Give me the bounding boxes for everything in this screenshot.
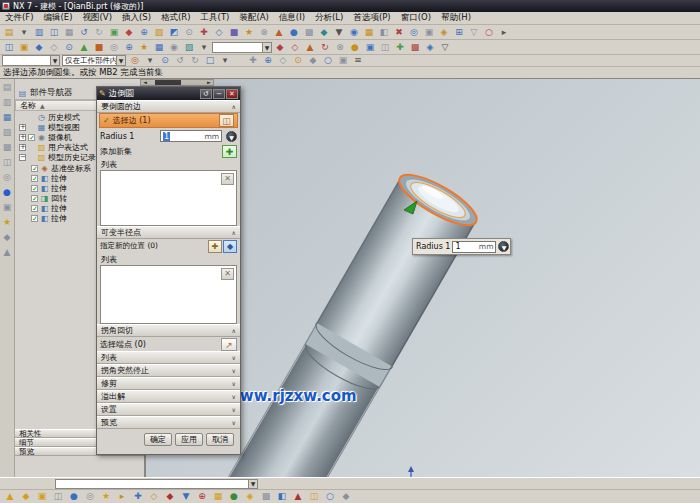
section-overflow[interactable]: 溢出解 ∨ [97,390,240,403]
remove-icon[interactable]: ✕ [221,268,234,280]
bottom-toolbar-icon[interactable]: ▦ [211,490,225,503]
resource-bar-icon[interactable]: ▤ [2,82,13,93]
toolbar-icon[interactable]: ◇ [288,41,302,54]
toolbar-icon[interactable]: ◈ [423,41,437,54]
radius-options-button[interactable]: ▼ [498,241,509,252]
checkbox[interactable] [28,114,35,121]
radius-formula-button[interactable]: ▼ [226,131,237,142]
checkbox[interactable] [28,124,35,131]
menu-item[interactable]: 分析(L) [310,12,348,24]
toolbar-icon[interactable]: ▦ [62,26,76,39]
expander-icon[interactable]: + [19,124,26,131]
bottom-toolbar-icon[interactable]: ◆ [163,490,177,503]
selection-icon[interactable]: ▾ [143,54,157,67]
datum-csys-triad[interactable] [390,466,437,477]
selection-icon[interactable]: ⊙ [158,54,172,67]
toolbar-icon[interactable]: ⊕ [122,41,136,54]
resource-bar-icon[interactable]: ▩ [2,142,13,153]
snap-point-icon[interactable]: ○ [321,54,335,67]
resource-bar-icon[interactable]: ◎ [2,172,13,183]
bottom-toolbar-icon[interactable]: ◈ [243,490,257,503]
resource-bar-icon[interactable]: ▦ [2,112,13,123]
toolbar-icon[interactable]: ▩ [302,26,316,39]
section-preview[interactable]: 预览 ∨ [97,416,240,429]
selection-scope-combo[interactable]: 仅在工作部件内▼ [62,55,126,66]
toolbar-icon[interactable]: ▦ [152,41,166,54]
menu-item[interactable]: 窗口(O) [396,12,436,24]
edge-set-list[interactable]: ✕ [100,170,237,226]
checkbox[interactable]: ✓ [31,185,38,192]
menu-item[interactable]: 帮助(H) [436,12,476,24]
specify-point-row[interactable]: 指定新的位置 (0) ✚ ◆ [97,239,240,253]
scroll-left-icon[interactable]: ◄ [141,80,149,85]
toolbar-icon[interactable]: ◆ [317,26,331,39]
toolbar-icon[interactable]: ▣ [422,26,436,39]
snap-point-icon[interactable]: ▣ [336,54,350,67]
toolbar-icon[interactable]: ▣ [363,41,377,54]
toolbar-icon[interactable]: ◆ [32,41,46,54]
select-edge-row[interactable]: ✓ 选择边 (1) ◫ [99,113,238,128]
point-dialog-icon[interactable]: ✚ [208,240,222,253]
chevron-down-icon[interactable]: ▼ [248,480,257,488]
add-new-set-row[interactable]: 添加新集 ✚ [97,144,240,158]
chevron-down-icon[interactable]: ▼ [116,56,125,65]
chevron-down-icon[interactable]: ∨ [232,354,236,361]
chevron-up-icon[interactable]: ∧ [232,327,236,334]
bottom-toolbar-icon[interactable]: ✚ [131,490,145,503]
bottom-toolbar-icon[interactable]: ▲ [3,490,17,503]
snap-point-icon[interactable]: ≡ [351,54,365,67]
menu-item[interactable]: 装配(A) [234,12,273,24]
toolbar-icon[interactable]: ✚ [393,41,407,54]
checkbox[interactable]: ✓ [31,205,38,212]
menu-item[interactable]: 视图(V) [78,12,117,24]
onscreen-radius-input[interactable]: Radius 1 1 mm ▼ [412,238,511,255]
section-stop-short[interactable]: 拐角突然停止 ∨ [97,364,240,377]
chevron-down-icon[interactable]: ∨ [232,380,236,387]
expander-icon[interactable]: + [19,134,26,141]
toolbar-icon[interactable]: ⊞ [452,26,466,39]
toolbar-icon[interactable]: ▦ [362,26,376,39]
toolbar-icon[interactable]: ▼ [332,26,346,39]
resource-bar-icon[interactable]: ▧ [2,127,13,138]
toolbar-icon[interactable]: ◎ [407,26,421,39]
bottom-toolbar-icon[interactable]: ⊕ [195,490,209,503]
toolbar-icon[interactable]: ▥ [32,26,46,39]
toolbar-icon[interactable]: ⊗ [257,26,271,39]
bottom-toolbar-icon[interactable]: ◆ [339,490,353,503]
toolbar-icon[interactable]: ▾ [17,26,31,39]
scrollbar-thumb[interactable] [155,80,181,85]
section-variable-radius[interactable]: 可变半径点 ∧ [97,226,240,239]
menu-item[interactable]: 文件(F) [0,12,39,24]
toolbar-icon[interactable]: ◇ [212,26,226,39]
selection-icon[interactable]: ◎ [128,54,142,67]
toolbar-icon[interactable]: ▲ [303,41,317,54]
resource-bar-icon[interactable]: ◫ [2,157,13,168]
section-trim[interactable]: 修剪 ∨ [97,377,240,390]
chevron-up-icon[interactable]: ∧ [232,103,236,110]
toolbar-icon[interactable]: ✖ [392,26,406,39]
toolbar-icon[interactable]: ▽ [438,41,452,54]
menu-item[interactable]: 首选项(P) [348,12,395,24]
sort-arrow-icon[interactable]: ▲ [40,102,45,109]
toolbar-icon[interactable]: ◆ [122,26,136,39]
menu-item[interactable]: 信息(I) [274,12,310,24]
snap-point-icon[interactable]: ◆ [306,54,320,67]
expander-icon[interactable]: + [19,144,26,151]
checkbox[interactable]: ✓ [31,215,38,222]
bottom-toolbar-icon[interactable]: ○ [323,490,337,503]
selection-filter-combo[interactable]: ▼ [2,55,60,66]
toolbar-icon[interactable]: ◆ [273,41,287,54]
toolbar-icon[interactable]: ▲ [272,26,286,39]
toolbar-icon[interactable]: ⊗ [333,41,347,54]
menu-item[interactable]: 工具(T) [196,12,235,24]
dialog-minimize-icon[interactable]: − [213,89,225,99]
toolbar-icon[interactable]: ● [348,41,362,54]
toolbar-icon[interactable]: ⊕ [137,26,151,39]
menu-item[interactable]: 编辑(E) [39,12,78,24]
edge-select-icon[interactable]: ◫ [219,114,234,127]
toolbar-icon[interactable]: ⊙ [62,41,76,54]
endpoint-pick-icon[interactable]: ↗ [221,338,237,351]
toolbar-icon[interactable]: ↻ [318,41,332,54]
window-titlebar[interactable]: NX 7 - 建模 - [QianBi.prt (修改的)] [0,0,700,12]
resource-bar-icon[interactable]: ★ [2,217,13,228]
